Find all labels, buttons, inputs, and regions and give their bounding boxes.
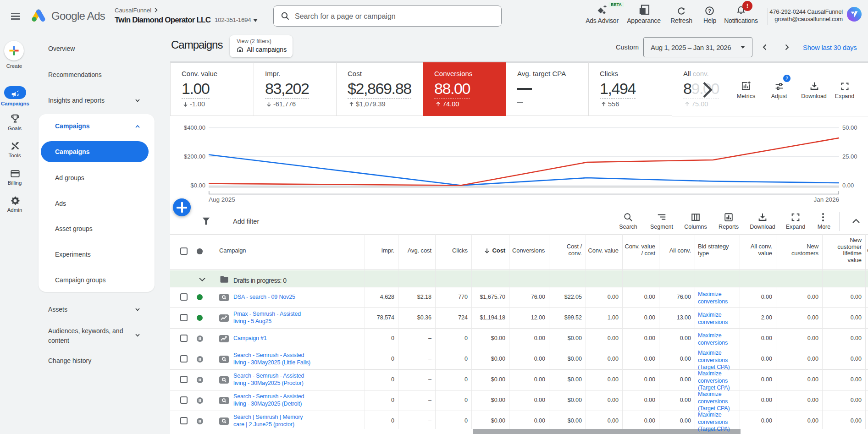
svg-text:$200.00: $200.00 xyxy=(184,153,205,160)
svg-text:0.00: 0.00 xyxy=(842,182,854,189)
svg-text:$400.00: $400.00 xyxy=(184,124,205,131)
svg-text:$0.00: $0.00 xyxy=(190,182,205,189)
svg-text:50.00: 50.00 xyxy=(842,124,857,131)
svg-text:25.00: 25.00 xyxy=(842,153,857,160)
svg-text:Aug 2025: Aug 2025 xyxy=(209,196,235,203)
svg-text:Jan 2026: Jan 2026 xyxy=(813,196,839,203)
svg-text:?: ? xyxy=(708,8,711,14)
